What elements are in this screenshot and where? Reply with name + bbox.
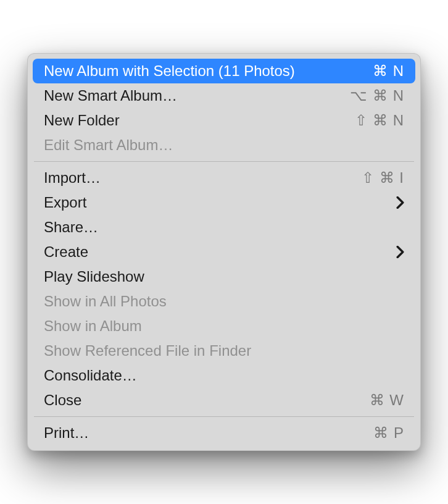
menu-item-show-in-album: Show in Album <box>33 314 415 338</box>
menu-item-label: New Folder <box>44 112 355 129</box>
menu-item-label: Show in All Photos <box>44 293 404 310</box>
menu-item-shortcut: ⇧ ⌘ N <box>355 112 404 129</box>
menu-item-export[interactable]: Export <box>33 190 415 215</box>
menu-item-import[interactable]: Import… ⇧ ⌘ I <box>33 166 415 190</box>
menu-item-label: Edit Smart Album… <box>44 136 404 154</box>
menu-item-print[interactable]: Print… ⌘ P <box>33 421 415 445</box>
menu-item-close[interactable]: Close ⌘ W <box>33 388 415 413</box>
menu-item-shortcut: ⇧ ⌘ I <box>362 169 404 187</box>
menu-item-label: New Smart Album… <box>44 87 350 104</box>
menu-item-label: Create <box>44 243 396 261</box>
chevron-right-icon <box>396 246 404 258</box>
menu-item-consolidate[interactable]: Consolidate… <box>33 363 415 388</box>
menu-item-shortcut: ⌘ N <box>373 62 404 80</box>
menu-item-label: Share… <box>44 219 404 236</box>
menu-item-label: Print… <box>44 424 373 442</box>
menu-item-new-album-with-selection[interactable]: New Album with Selection (11 Photos) ⌘ N <box>33 59 415 83</box>
menu-item-play-slideshow[interactable]: Play Slideshow <box>33 264 415 289</box>
menu-item-create[interactable]: Create <box>33 240 415 264</box>
menu-item-new-folder[interactable]: New Folder ⇧ ⌘ N <box>33 108 415 133</box>
menu-item-share[interactable]: Share… <box>33 215 415 240</box>
menu-item-label: New Album with Selection (11 Photos) <box>44 62 373 80</box>
chevron-right-icon <box>396 196 404 209</box>
menu-separator <box>34 161 414 162</box>
menu-item-shortcut: ⌘ P <box>373 424 404 442</box>
menu-item-show-in-all-photos: Show in All Photos <box>33 289 415 314</box>
menu-item-label: Play Slideshow <box>44 268 404 285</box>
menu-item-show-referenced-file-in-finder: Show Referenced File in Finder <box>33 338 415 363</box>
menu-item-edit-smart-album: Edit Smart Album… <box>33 133 415 158</box>
menu-inner: New Album with Selection (11 Photos) ⌘ N… <box>28 59 420 445</box>
menu-item-label: Show Referenced File in Finder <box>44 342 404 359</box>
menu-item-label: Close <box>44 392 370 409</box>
menu-item-shortcut: ⌘ W <box>370 392 404 409</box>
menu-item-shortcut: ⌥ ⌘ N <box>350 87 404 104</box>
context-menu: New Album with Selection (11 Photos) ⌘ N… <box>27 53 421 451</box>
menu-separator <box>34 416 414 417</box>
menu-item-label: Consolidate… <box>44 367 404 384</box>
menu-item-new-smart-album[interactable]: New Smart Album… ⌥ ⌘ N <box>33 83 415 108</box>
menu-item-label: Show in Album <box>44 317 404 335</box>
menu-item-label: Import… <box>44 169 362 187</box>
menu-item-label: Export <box>44 194 396 211</box>
